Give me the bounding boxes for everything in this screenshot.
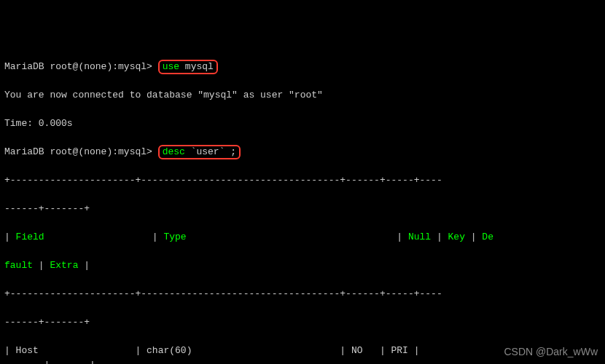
response-line: You are now connected to database "mysql… bbox=[4, 88, 601, 103]
prompt-prefix-2: MariaDB root@(none):mysql> bbox=[4, 146, 158, 157]
prompt-prefix: MariaDB root@(none):mysql> bbox=[4, 61, 158, 72]
h1c: | bbox=[187, 232, 408, 242]
h1e: | bbox=[465, 232, 482, 242]
h2b: | bbox=[33, 260, 50, 271]
cmd-use: use bbox=[163, 61, 179, 72]
header-row-1: | Field | Type | Null | Key | De bbox=[4, 230, 601, 245]
col-type: Type bbox=[163, 232, 186, 242]
cmd-desc-arg: `user` ; bbox=[185, 146, 236, 157]
col-null: Null bbox=[408, 232, 431, 242]
col-default-wrap: fault bbox=[4, 260, 33, 271]
h1b: | bbox=[44, 232, 164, 242]
blank-sep-2: ------+-------+ bbox=[4, 315, 601, 330]
header-row-2: fault | Extra | bbox=[4, 258, 601, 273]
h2c: | bbox=[78, 260, 90, 271]
sep-mid: +----------------------+----------------… bbox=[4, 287, 601, 301]
col-key: Key bbox=[448, 232, 465, 242]
h1d: | bbox=[431, 232, 448, 242]
highlight-box-1: use mysql bbox=[158, 60, 218, 74]
col-extra: Extra bbox=[50, 260, 78, 271]
highlight-box-2: desc `user` ; bbox=[158, 145, 241, 159]
prompt-line-2: MariaDB root@(none):mysql> desc `user` ; bbox=[4, 145, 601, 159]
cmd-use-arg: mysql bbox=[179, 61, 214, 72]
col-field: Field bbox=[16, 232, 44, 242]
watermark: CSDN @Dark_wWw bbox=[504, 344, 598, 360]
prompt-line-1: MariaDB root@(none):mysql> use mysql bbox=[4, 60, 601, 74]
time-line: Time: 0.000s bbox=[4, 116, 601, 131]
blank-sep: ------+-------+ bbox=[4, 202, 601, 216]
h1a: | bbox=[4, 232, 16, 242]
sep-top: +----------------------+----------------… bbox=[4, 173, 601, 188]
cmd-desc: desc bbox=[163, 146, 185, 157]
col-de: De bbox=[482, 232, 493, 242]
